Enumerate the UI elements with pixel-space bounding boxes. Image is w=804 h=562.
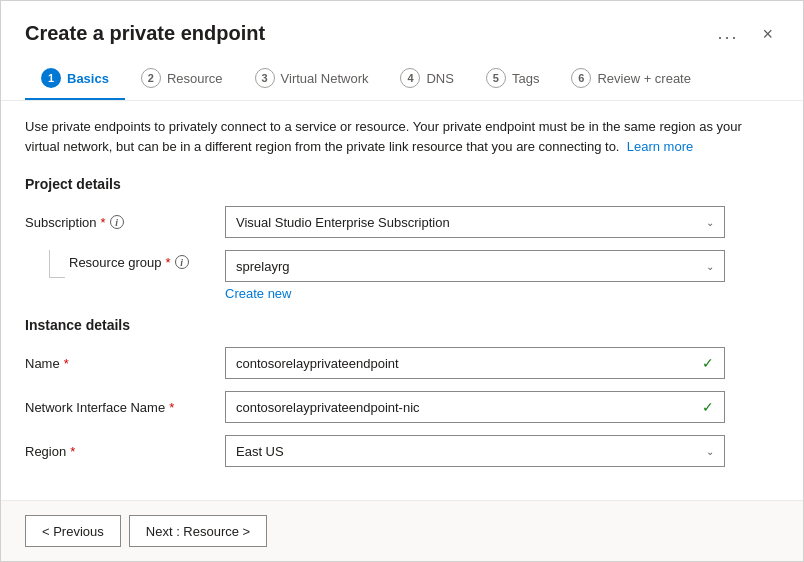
region-chevron-icon: ⌄ (706, 446, 714, 457)
region-label: Region * (25, 444, 225, 459)
tab-dns-number: 4 (400, 68, 420, 88)
tabs-bar: 1 Basics 2 Resource 3 Virtual Network 4 … (1, 58, 803, 101)
resource-group-row: Resource group * i sprelayrg ⌄ (25, 250, 779, 282)
resource-group-control: sprelayrg ⌄ (225, 250, 725, 282)
subscription-value: Visual Studio Enterprise Subscription (236, 215, 450, 230)
nic-control: contosorelayprivateendpoint-nic ✓ (225, 391, 725, 423)
resource-group-value: sprelayrg (236, 259, 289, 274)
tab-resource-label: Resource (167, 71, 223, 86)
name-group: Name * contosorelayprivateendpoint ✓ (25, 347, 779, 379)
nic-required: * (169, 400, 174, 415)
instance-details-title: Instance details (25, 317, 779, 333)
nic-input[interactable]: contosorelayprivateendpoint-nic ✓ (225, 391, 725, 423)
header-actions: ... × (711, 21, 779, 46)
subscription-info-icon[interactable]: i (110, 215, 124, 229)
region-group: Region * East US ⌄ (25, 435, 779, 467)
next-button[interactable]: Next : Resource > (129, 515, 267, 547)
nic-label: Network Interface Name * (25, 400, 225, 415)
tab-review-number: 6 (571, 68, 591, 88)
tab-tags[interactable]: 5 Tags (470, 58, 555, 100)
region-control: East US ⌄ (225, 435, 725, 467)
ellipsis-button[interactable]: ... (711, 21, 744, 46)
instance-details-section: Instance details Name * contosorelaypriv… (25, 317, 779, 467)
dialog-title: Create a private endpoint (25, 22, 265, 45)
tab-dns-label: DNS (426, 71, 453, 86)
tab-basics-label: Basics (67, 71, 109, 86)
name-label: Name * (25, 356, 225, 371)
create-new-link[interactable]: Create new (225, 286, 779, 301)
resource-group-chevron-icon: ⌄ (706, 261, 714, 272)
tab-basics-number: 1 (41, 68, 61, 88)
subscription-select[interactable]: Visual Studio Enterprise Subscription ⌄ (225, 206, 725, 238)
name-control: contosorelayprivateendpoint ✓ (225, 347, 725, 379)
tab-resource-number: 2 (141, 68, 161, 88)
subscription-control: Visual Studio Enterprise Subscription ⌄ (225, 206, 725, 238)
create-private-endpoint-dialog: Create a private endpoint ... × 1 Basics… (0, 0, 804, 562)
tree-line-icon (49, 250, 65, 278)
tab-resource[interactable]: 2 Resource (125, 58, 239, 100)
nic-value: contosorelayprivateendpoint-nic (236, 400, 420, 415)
name-input[interactable]: contosorelayprivateendpoint ✓ (225, 347, 725, 379)
resource-group-container: Resource group * i sprelayrg ⌄ Create ne… (25, 250, 779, 301)
previous-button[interactable]: < Previous (25, 515, 121, 547)
tab-virtual-network[interactable]: 3 Virtual Network (239, 58, 385, 100)
resource-group-label: Resource group * i (69, 255, 189, 270)
nic-check-icon: ✓ (702, 399, 714, 415)
resource-group-required: * (166, 255, 171, 270)
dialog-body: Use private endpoints to privately conne… (1, 101, 803, 500)
description-text: Use private endpoints to privately conne… (25, 117, 765, 156)
dialog-header: Create a private endpoint ... × (1, 1, 803, 58)
resource-group-select[interactable]: sprelayrg ⌄ (225, 250, 725, 282)
region-select[interactable]: East US ⌄ (225, 435, 725, 467)
nic-group: Network Interface Name * contosorelaypri… (25, 391, 779, 423)
learn-more-link[interactable]: Learn more (627, 139, 693, 154)
subscription-group: Subscription * i Visual Studio Enterpris… (25, 206, 779, 238)
subscription-chevron-icon: ⌄ (706, 217, 714, 228)
name-value: contosorelayprivateendpoint (236, 356, 399, 371)
tab-tags-number: 5 (486, 68, 506, 88)
tab-review[interactable]: 6 Review + create (555, 58, 707, 100)
region-value: East US (236, 444, 284, 459)
close-button[interactable]: × (756, 23, 779, 45)
tab-dns[interactable]: 4 DNS (384, 58, 469, 100)
name-required: * (64, 356, 69, 371)
subscription-label: Subscription * i (25, 215, 225, 230)
project-details-title: Project details (25, 176, 779, 192)
tab-tags-label: Tags (512, 71, 539, 86)
region-required: * (70, 444, 75, 459)
name-check-icon: ✓ (702, 355, 714, 371)
tab-basics[interactable]: 1 Basics (25, 58, 125, 100)
dialog-footer: < Previous Next : Resource > (1, 500, 803, 561)
tab-review-label: Review + create (597, 71, 691, 86)
tab-virtual-network-number: 3 (255, 68, 275, 88)
tab-virtual-network-label: Virtual Network (281, 71, 369, 86)
resource-group-info-icon[interactable]: i (175, 255, 189, 269)
subscription-required: * (101, 215, 106, 230)
